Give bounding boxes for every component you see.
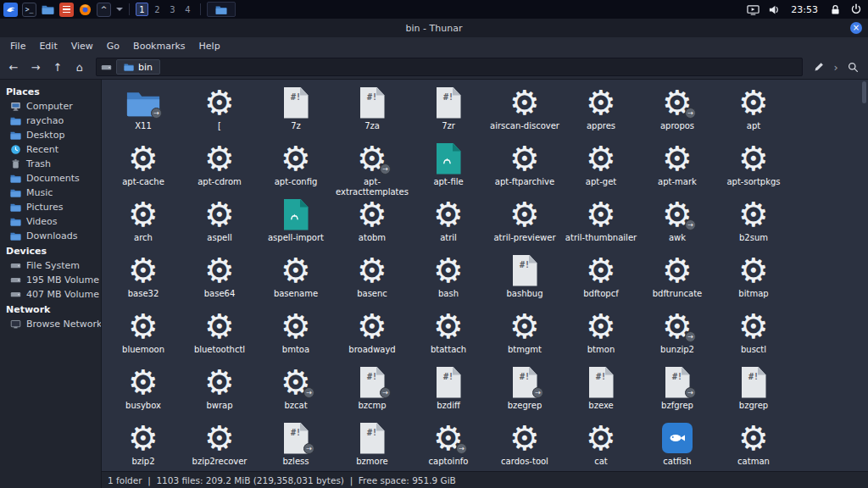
file-atril-previewer[interactable]: ⚙atril-previewer [487,195,563,251]
sidebar-item-downloads[interactable]: Downloads [0,229,101,243]
file-captoinfo[interactable]: ⚙→captoinfo [410,419,487,471]
sidebar-item-documents[interactable]: Documents [0,171,101,186]
menu-bookmarks[interactable]: Bookmarks [126,39,192,53]
file-catman[interactable]: ⚙catman [715,419,792,471]
menu-help[interactable]: Help [192,39,227,53]
menu-edit[interactable]: Edit [32,39,64,53]
sidebar-item-pictures[interactable]: Pictures [0,200,101,214]
file-7zr[interactable]: #!7zr [410,83,487,139]
file-bdftopcf[interactable]: ⚙bdftopcf [563,251,639,307]
file-base32[interactable]: ⚙base32 [105,251,181,307]
file-busctl[interactable]: ⚙busctl [715,307,792,363]
file-apropos[interactable]: ⚙→apropos [639,83,715,139]
file-apt-cdrom[interactable]: ⚙apt-cdrom [181,139,258,195]
file-atobm[interactable]: ⚙atobm [334,195,410,251]
file-x11[interactable]: →X11 [105,83,181,139]
file-item[interactable]: ⚙[ [181,83,258,139]
file-manager-icon[interactable] [41,3,55,17]
file-bash[interactable]: ⚙bash [410,251,487,307]
file-bzmore[interactable]: #!bzmore [334,419,410,471]
file-apt-cache[interactable]: ⚙apt-cache [105,139,181,195]
path-root-icon[interactable] [98,59,114,75]
file-cat[interactable]: ⚙cat [563,419,639,471]
titlebar[interactable]: bin - Thunar × [0,19,868,37]
file-apt[interactable]: ⚙apt [715,83,792,139]
file-7z[interactable]: #!7z [258,83,334,139]
file-bzexe[interactable]: #!bzexe [563,363,639,419]
file-7za[interactable]: #!7za [334,83,410,139]
sidebar-item-computer[interactable]: Computer [0,99,101,114]
sidebar-item-407-mb-volume[interactable]: 407 MB Volume [0,287,101,302]
text-editor-icon[interactable] [59,3,74,17]
screenshot-tool-icon[interactable]: ^ [97,3,111,17]
file-broadwayd[interactable]: ⚙broadwayd [334,307,410,363]
file-atril-thumbnailer[interactable]: ⚙atril-thumbnailer [563,195,639,251]
taskbar-thunar-window[interactable] [207,2,236,17]
menu-view[interactable]: View [64,39,100,53]
file-bitmap[interactable]: ⚙bitmap [715,251,792,307]
file-bzip2[interactable]: ⚙bzip2 [105,419,181,471]
file-catfish[interactable]: catfish [639,419,715,471]
file-b2sum[interactable]: ⚙b2sum [715,195,792,251]
sidebar-item-recent[interactable]: Recent [0,142,101,157]
menu-file[interactable]: File [3,39,32,53]
file-arch[interactable]: ⚙arch [105,195,181,251]
chevron-right-icon[interactable]: › [831,61,841,74]
firefox-icon[interactable] [78,3,92,17]
file-atril[interactable]: ⚙atril [410,195,487,251]
file-apt-config[interactable]: ⚙apt-config [258,139,334,195]
file-bzcmp[interactable]: #!→bzcmp [334,363,410,419]
sidebar-item-raychao[interactable]: raychao [0,114,101,128]
file-airscan-discover[interactable]: ⚙airscan-discover [487,83,563,139]
file-appres[interactable]: ⚙appres [563,83,639,139]
sidebar-item-desktop[interactable]: Desktop [0,128,101,142]
back-button[interactable]: ← [3,58,24,76]
file-bzdiff[interactable]: #!bzdiff [410,363,487,419]
sidebar-item-videos[interactable]: Videos [0,214,101,229]
up-button[interactable]: ↑ [47,58,68,76]
sidebar-item-browse-network[interactable]: Browse Network [0,317,101,331]
file-cardos-tool[interactable]: ⚙cardos-tool [487,419,563,471]
volume-icon[interactable] [767,3,781,16]
chevron-down-icon[interactable] [116,8,123,11]
workspace-3[interactable]: 3 [166,3,179,16]
file-apt-file[interactable]: apt-file [410,139,487,195]
workspace-4[interactable]: 4 [181,3,194,16]
menu-go[interactable]: Go [100,39,126,53]
file-aspell-import[interactable]: aspell-import [258,195,334,251]
file-basename[interactable]: ⚙basename [258,251,334,307]
file-awk[interactable]: ⚙→awk [639,195,715,251]
home-button[interactable]: ⌂ [70,58,90,76]
file-bluemoon[interactable]: ⚙bluemoon [105,307,181,363]
file-bzegrep[interactable]: #!→bzegrep [487,363,563,419]
file-aspell[interactable]: ⚙aspell [181,195,258,251]
kali-menu-icon[interactable] [3,3,18,17]
workspace-1[interactable]: 1 [136,3,148,16]
file-bzip2recover[interactable]: ⚙bzip2recover [181,419,258,471]
file-bzfgrep[interactable]: #!→bzfgrep [639,363,715,419]
workspace-2[interactable]: 2 [151,3,164,16]
sidebar-item-trash[interactable]: Trash [0,157,101,171]
display-share-icon[interactable] [746,3,760,16]
file-bluetoothctl[interactable]: ⚙bluetoothctl [181,307,258,363]
scrollbar[interactable] [861,80,867,470]
file-busybox[interactable]: ⚙busybox [105,363,181,419]
file-apt-sortpkgs[interactable]: ⚙apt-sortpkgs [715,139,792,195]
file-bzgrep[interactable]: #!bzgrep [715,363,792,419]
file-basenc[interactable]: ⚙basenc [334,251,410,307]
edit-location-button[interactable] [809,58,829,76]
scrollbar-thumb[interactable] [862,81,866,103]
file-bwrap[interactable]: ⚙bwrap [181,363,258,419]
path-segment-bin[interactable]: bin [116,59,160,75]
sidebar-item-file-system[interactable]: File System [0,258,101,273]
file-bashbug[interactable]: #!bashbug [487,251,563,307]
power-icon[interactable] [849,3,863,16]
sidebar-item-music[interactable]: Music [0,186,101,200]
file-apt-ftparchive[interactable]: ⚙apt-ftparchive [487,139,563,195]
file-btattach[interactable]: ⚙btattach [410,307,487,363]
terminal-icon[interactable]: >_ [22,3,36,17]
sidebar-item-195-mb-volume[interactable]: 195 MB Volume [0,273,101,287]
lock-icon[interactable] [828,3,842,16]
file-bdftruncate[interactable]: ⚙bdftruncate [639,251,715,307]
file-apt-get[interactable]: ⚙apt-get [563,139,639,195]
